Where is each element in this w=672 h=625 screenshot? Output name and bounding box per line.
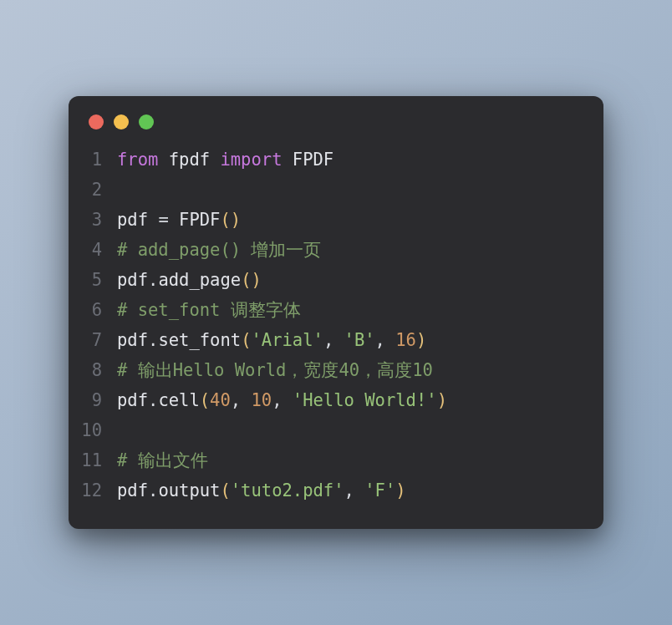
code-line: 11# 输出文件: [79, 445, 583, 475]
token: FPDF: [179, 210, 220, 230]
token: 40: [210, 390, 231, 410]
code-content: # set_font 调整字体: [117, 295, 301, 325]
line-number: 11: [79, 445, 117, 475]
minimize-icon[interactable]: [114, 114, 129, 130]
code-content: # add_page() 增加一页: [117, 235, 321, 265]
code-line: 5pdf.add_page(): [79, 265, 583, 295]
code-line: 10: [79, 415, 583, 445]
token: import: [220, 150, 282, 170]
code-content: # 输出文件: [117, 445, 208, 475]
token: ): [416, 330, 426, 350]
line-number: 4: [79, 235, 117, 265]
token: .: [148, 270, 158, 290]
token: FPDF: [293, 150, 333, 170]
token: (): [241, 270, 262, 290]
token: 10: [251, 390, 272, 410]
code-line: 8# 输出Hello World，宽度40，高度10: [79, 355, 583, 385]
token: pdf: [117, 330, 148, 350]
line-number: 9: [79, 385, 117, 415]
maximize-icon[interactable]: [139, 114, 154, 130]
code-content: pdf.add_page(): [117, 265, 262, 295]
token: ,: [344, 480, 365, 501]
code-area[interactable]: 1from fpdf import FPDF23pdf = FPDF()4# a…: [69, 136, 603, 506]
token: 'B': [344, 330, 375, 350]
token: 'Arial': [251, 330, 323, 350]
token: pdf: [117, 210, 148, 230]
token: 'tuto2.pdf': [231, 480, 344, 501]
line-number: 8: [79, 355, 117, 385]
token: set_font: [158, 330, 241, 350]
code-line: 4# add_page() 增加一页: [79, 235, 583, 265]
token: ): [437, 390, 447, 410]
token: add_page: [158, 270, 241, 290]
line-number: 5: [79, 265, 117, 295]
line-number: 3: [79, 205, 117, 235]
token: (: [200, 390, 210, 410]
code-line: 9pdf.cell(40, 10, 'Hello World!'): [79, 385, 583, 415]
line-number: 12: [79, 475, 117, 506]
line-number: 7: [79, 325, 117, 355]
token: pdf: [117, 390, 148, 410]
token: pdf: [117, 270, 148, 290]
token: output: [158, 480, 220, 501]
token: # add_page() 增加一页: [117, 240, 321, 260]
token: (: [220, 480, 230, 501]
titlebar: [69, 96, 603, 136]
token: fpdf: [169, 150, 210, 170]
code-line: 12pdf.output('tuto2.pdf', 'F'): [79, 475, 583, 506]
token: [148, 210, 158, 230]
code-line: 3pdf = FPDF(): [79, 205, 583, 235]
token: [210, 150, 220, 170]
token: .: [148, 480, 158, 501]
token: from: [117, 150, 158, 170]
code-line: 6# set_font 调整字体: [79, 295, 583, 325]
line-number: 1: [79, 145, 117, 175]
token: .: [148, 390, 158, 410]
token: [169, 210, 179, 230]
token: (): [220, 210, 241, 230]
line-number: 10: [79, 415, 117, 445]
token: # set_font 调整字体: [117, 300, 301, 320]
token: 'F': [364, 480, 395, 501]
token: cell: [158, 390, 199, 410]
token: [283, 150, 293, 170]
line-number: 6: [79, 295, 117, 325]
code-content: from fpdf import FPDF: [117, 145, 333, 175]
token: ,: [323, 330, 344, 350]
code-content: pdf.set_font('Arial', 'B', 16): [117, 325, 426, 355]
code-content: pdf.cell(40, 10, 'Hello World!'): [117, 385, 447, 415]
close-icon[interactable]: [89, 114, 104, 130]
token: ,: [375, 330, 396, 350]
token: 'Hello World!': [293, 390, 437, 410]
token: (: [241, 330, 251, 350]
token: 16: [395, 330, 416, 350]
line-number: 2: [79, 175, 117, 205]
code-content: pdf.output('tuto2.pdf', 'F'): [117, 475, 406, 506]
token: ): [395, 480, 405, 501]
code-line: 1from fpdf import FPDF: [79, 145, 583, 175]
token: [158, 150, 168, 170]
token: =: [158, 210, 168, 230]
code-content: pdf = FPDF(): [117, 205, 241, 235]
token: ,: [231, 390, 252, 410]
token: ,: [272, 390, 293, 410]
code-line: 2: [79, 175, 583, 205]
code-window: 1from fpdf import FPDF23pdf = FPDF()4# a…: [69, 96, 603, 530]
token: # 输出文件: [117, 450, 208, 470]
code-line: 7pdf.set_font('Arial', 'B', 16): [79, 325, 583, 355]
token: # 输出Hello World，宽度40，高度10: [117, 360, 433, 380]
token: pdf: [117, 480, 148, 501]
code-content: # 输出Hello World，宽度40，高度10: [117, 355, 433, 385]
token: .: [148, 330, 158, 350]
